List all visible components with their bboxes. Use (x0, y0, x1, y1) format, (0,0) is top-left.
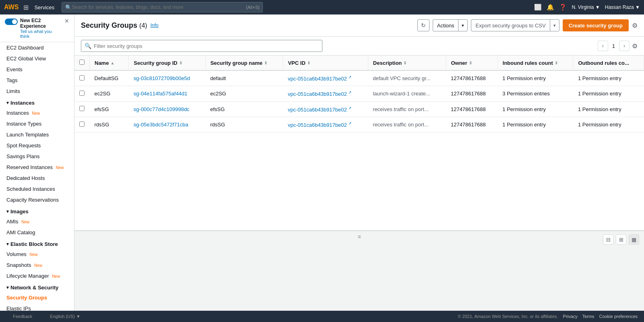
export-button[interactable]: Export security groups to CSV ▾ (471, 19, 559, 31)
sidebar-item-dedicated-hosts[interactable]: Dedicated Hosts (0, 173, 74, 184)
cell-owner: 127478617688 (446, 70, 497, 86)
select-all-header[interactable] (74, 56, 90, 70)
col-owner[interactable]: Owner⇕ (446, 56, 497, 70)
sidebar-item-amis[interactable]: AMIs New (0, 216, 74, 227)
sidebar-item-snapshots[interactable]: Snapshots New (0, 260, 74, 270)
next-page-button[interactable]: › (619, 41, 630, 51)
col-description[interactable]: Description⇕ (368, 56, 446, 70)
row-checkbox-cell[interactable] (74, 86, 90, 101)
sg-id-link[interactable]: sg-000c77d4c109998dc (134, 106, 190, 112)
global-search-input[interactable] (72, 4, 246, 10)
table-row[interactable]: ec2SG sg-04e114fa575af44d1 ec2SG vpc-051… (74, 86, 644, 101)
sidebar-item-instance-types[interactable]: Instance Types (0, 118, 74, 129)
feedback-link[interactable]: Feedback (6, 311, 39, 322)
row-checkbox[interactable] (79, 91, 85, 96)
sg-id-link[interactable]: sg-03c81072709b00e5d (134, 75, 190, 81)
terminal-icon[interactable]: ⬜ (534, 4, 542, 11)
page-settings-icon[interactable]: ⚙ (632, 22, 638, 29)
vpc-id-link[interactable]: vpc-051ca6b43b917be02 (288, 91, 347, 97)
sort-description-icon: ⇕ (403, 61, 407, 65)
sidebar-item-launch-templates[interactable]: Launch Templates (0, 129, 74, 140)
row-checkbox[interactable] (79, 106, 85, 111)
global-search-bar[interactable]: 🔍 [Alt+S] (62, 2, 263, 12)
filter-input[interactable] (94, 43, 319, 49)
grid-icon[interactable]: ⊞ (23, 4, 29, 11)
sidebar-item-spot-requests[interactable]: Spot Requests (0, 140, 74, 151)
sidebar-item-reserved-instances[interactable]: Reserved Instances New (0, 162, 74, 173)
sidebar-nav: EC2 Dashboard EC2 Global View Events Tag… (0, 42, 74, 311)
sidebar-item-security-groups[interactable]: Security Groups (0, 292, 74, 303)
page-title: Security Groups (4) (81, 21, 147, 30)
sidebar-item-tags[interactable]: Tags (0, 75, 74, 86)
col-sg-name[interactable]: Security group name⇕ (205, 56, 283, 70)
row-checkbox[interactable] (79, 75, 85, 80)
new-ec2-toggle[interactable] (5, 19, 18, 25)
actions-button[interactable]: Actions ▾ (433, 19, 468, 31)
detail-view-btn-3[interactable]: ▦ (629, 234, 639, 245)
close-icon[interactable]: ✕ (64, 18, 69, 24)
detail-view-btn-2[interactable]: ⊞ (616, 234, 626, 245)
new-ec2-subtitle[interactable]: Tell us what you think (20, 29, 62, 39)
sidebar-item-volumes[interactable]: Volumes New (0, 249, 74, 260)
create-security-group-button[interactable]: Create security group (563, 19, 629, 31)
sidebar-section-images[interactable]: Images (0, 205, 74, 216)
external-link-icon: ↗ (348, 121, 351, 126)
row-checkbox-cell[interactable] (74, 101, 90, 117)
sidebar-item-capacity-reservations[interactable]: Capacity Reservations (0, 194, 74, 205)
sidebar-item-ec2-global-view[interactable]: EC2 Global View (0, 53, 74, 64)
table-row[interactable]: DefaultSG sg-03c81072709b00e5d default v… (74, 70, 644, 86)
footer-right: © 2021, Amazon Web Services, Inc. or its… (458, 314, 638, 319)
col-name[interactable]: Name▲ (90, 56, 129, 70)
table-row[interactable]: rdsSG sg-05e3bdc5472f71cba rdsSG vpc-051… (74, 117, 644, 132)
external-link-icon: ↗ (348, 90, 351, 95)
language-selector[interactable]: English (US) ▼ (43, 311, 87, 322)
cell-owner: 127478617688 (446, 86, 497, 101)
vpc-id-link[interactable]: vpc-051ca6b43b917be02 (288, 76, 347, 82)
sidebar-item-limits[interactable]: Limits (0, 86, 74, 97)
sg-id-link[interactable]: sg-05e3bdc5472f71cba (134, 122, 188, 128)
sidebar-item-ec2-dashboard[interactable]: EC2 Dashboard (0, 42, 74, 53)
filter-bar[interactable]: 🔍 (81, 40, 322, 52)
refresh-button[interactable]: ↻ (417, 19, 429, 31)
vpc-id-link[interactable]: vpc-051ca6b43b917be02 (288, 122, 347, 128)
footer-terms[interactable]: Terms (582, 314, 594, 319)
sidebar-item-elastic-ips[interactable]: Elastic IPs (0, 303, 74, 311)
cell-inbound: 1 Permission entry (497, 117, 573, 132)
sidebar-section-instances[interactable]: Instances (0, 97, 74, 107)
sidebar-item-lifecycle-manager[interactable]: Lifecycle Manager New (0, 270, 74, 281)
sidebar-section-ebs[interactable]: Elastic Block Store (0, 238, 74, 249)
info-link[interactable]: Info (151, 23, 159, 28)
services-button[interactable]: Services (32, 4, 57, 10)
table-row[interactable]: efsSG sg-000c77d4c109998dc efsSG vpc-051… (74, 101, 644, 117)
col-vpc-id[interactable]: VPC ID⇕ (283, 56, 368, 70)
cell-description: receives traffic on port... (368, 101, 446, 117)
aws-logo: AWS (4, 4, 19, 11)
footer-privacy[interactable]: Privacy (563, 314, 578, 319)
sidebar-item-savings-plans[interactable]: Savings Plans (0, 151, 74, 162)
sidebar-item-events[interactable]: Events (0, 64, 74, 75)
drag-handle-icon[interactable]: ≡ (357, 233, 361, 240)
detail-view-btn-1[interactable]: ⊟ (603, 234, 613, 245)
vpc-id-link[interactable]: vpc-051ca6b43b917be02 (288, 107, 347, 113)
sidebar-item-instances[interactable]: Instances New (0, 107, 74, 118)
sg-id-link[interactable]: sg-04e114fa575af44d1 (134, 91, 188, 97)
sidebar-item-scheduled-instances[interactable]: Scheduled Instances (0, 184, 74, 194)
cell-name: efsSG (90, 101, 129, 117)
bell-icon[interactable]: 🔔 (547, 4, 554, 11)
footer-cookie[interactable]: Cookie preferences (599, 314, 638, 319)
region-selector[interactable]: N. Virginia ▼ (572, 4, 600, 10)
table-settings-icon[interactable]: ⚙ (632, 42, 638, 50)
pagination: ‹ 1 › ⚙ (598, 41, 638, 51)
col-sg-id[interactable]: Security group ID⇕ (129, 56, 205, 70)
col-inbound[interactable]: Inbound rules count⇕ (497, 56, 573, 70)
sidebar-section-network-security[interactable]: Network & Security (0, 281, 74, 292)
sidebar-item-ami-catalog[interactable]: AMI Catalog (0, 227, 74, 238)
help-icon[interactable]: ❓ (559, 4, 567, 11)
col-outbound[interactable]: Outbound rules co... (573, 56, 644, 70)
row-checkbox[interactable] (79, 122, 85, 127)
select-all-checkbox[interactable] (79, 60, 85, 65)
row-checkbox-cell[interactable] (74, 70, 90, 86)
user-menu[interactable]: Hassan Raza ▼ (605, 4, 640, 10)
prev-page-button[interactable]: ‹ (598, 41, 608, 51)
row-checkbox-cell[interactable] (74, 117, 90, 132)
